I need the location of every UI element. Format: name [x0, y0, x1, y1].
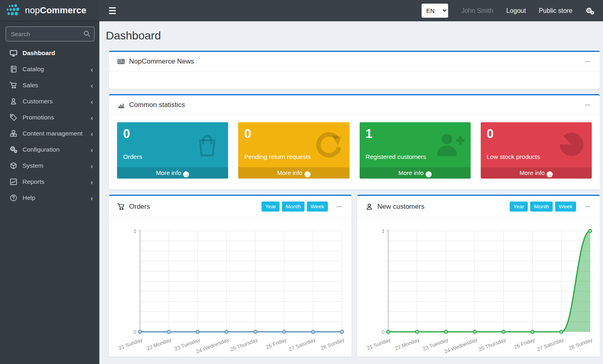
logout-link[interactable]: Logout: [506, 7, 526, 14]
new-customers-chart-panel: New customers Year Month Week 1021 Sunda…: [357, 195, 600, 357]
stat-value: 1: [366, 126, 464, 141]
sidebar-nav: Dashboard Catalog ‹ Sales ‹ Customers ‹: [0, 45, 99, 206]
bar-chart-icon: [117, 101, 125, 109]
collapse-button[interactable]: [335, 205, 344, 209]
question-icon: [9, 194, 18, 202]
tag-icon: [9, 113, 18, 121]
chevron-left-icon: ‹: [91, 193, 93, 202]
svg-text:28 Sunday: 28 Sunday: [320, 337, 346, 351]
month-button[interactable]: Month: [530, 202, 553, 212]
brand-logo[interactable]: nopCommerce: [0, 0, 99, 21]
sidebar-item-configuration[interactable]: Configuration ‹: [0, 142, 99, 158]
chevron-left-icon: ‹: [91, 161, 93, 170]
orders-chart-panel: Orders Year Month Week 1021 Sunday22 Mon…: [109, 195, 352, 357]
sidebar-item-dashboard[interactable]: Dashboard: [0, 45, 99, 61]
svg-text:0: 0: [382, 329, 385, 335]
main-content: Dashboard NopCommerce News Common statis…: [99, 21, 603, 364]
sidebar-item-sales[interactable]: Sales ‹: [0, 77, 99, 93]
arrow-circle-right-icon: →: [305, 171, 311, 177]
more-info-link[interactable]: More info→: [117, 167, 228, 179]
arrow-circle-right-icon: →: [183, 171, 189, 177]
more-info-link[interactable]: More info→: [481, 167, 592, 179]
svg-text:21 Sunday: 21 Sunday: [118, 337, 144, 351]
settings-gear-icon[interactable]: [585, 7, 594, 15]
new-customers-chart: 1021 Sunday22 Monday23 Tuesday24 Wednesd…: [357, 218, 600, 357]
svg-text:26 Friday: 26 Friday: [513, 337, 536, 350]
arrow-circle-right-icon: →: [426, 171, 432, 177]
sidebar-item-reports[interactable]: Reports ‹: [0, 174, 99, 190]
page-title: Dashboard: [106, 29, 600, 42]
svg-text:21 Sunday: 21 Sunday: [366, 337, 392, 351]
news-panel-title: NopCommerce News: [129, 58, 194, 66]
nopcommerce-dots-icon: [5, 4, 22, 17]
desktop-icon: [9, 49, 18, 57]
chevron-left-icon: ‹: [91, 177, 93, 186]
stat-card-registered-customers: 1 Registered customers More info→: [360, 122, 471, 179]
book-icon: [9, 65, 18, 73]
topbar: nopCommerce EN John Smith Logout Public …: [0, 0, 603, 21]
cart-icon: [9, 81, 18, 89]
orders-chart: 1021 Sunday22 Monday23 Tuesday24 Wednesd…: [109, 218, 352, 357]
svg-text:22 Monday: 22 Monday: [146, 337, 172, 352]
stat-label: Pending return requests: [244, 153, 343, 163]
user-icon: [365, 203, 373, 211]
svg-text:22 Monday: 22 Monday: [394, 337, 420, 352]
chevron-left-icon: ‹: [91, 81, 93, 89]
search-input[interactable]: [6, 27, 95, 41]
stats-panel-title: Common statistics: [129, 101, 185, 109]
svg-text:25 Thursday: 25 Thursday: [229, 337, 259, 353]
chart-line-icon: [9, 178, 18, 186]
new-customers-panel-title: New customers: [377, 203, 424, 211]
more-info-link[interactable]: More info→: [360, 167, 471, 179]
week-button[interactable]: Week: [555, 202, 576, 212]
collapse-button[interactable]: [583, 103, 592, 107]
sidebar-item-content-management[interactable]: Content management ‹: [0, 125, 99, 142]
svg-text:1: 1: [134, 228, 136, 234]
chevron-left-icon: ‹: [91, 129, 93, 138]
chevron-left-icon: ‹: [91, 113, 93, 121]
stat-value: 0: [123, 126, 222, 141]
svg-text:0: 0: [134, 329, 136, 335]
sidebar-item-customers[interactable]: Customers ‹: [0, 93, 99, 109]
year-button[interactable]: Year: [261, 202, 280, 212]
orders-panel-title: Orders: [129, 203, 150, 211]
svg-text:24 Wednesday: 24 Wednesday: [195, 337, 230, 355]
svg-text:1: 1: [382, 228, 385, 234]
cube-icon: [9, 162, 18, 170]
collapse-button[interactable]: [583, 60, 592, 64]
search-icon[interactable]: [83, 30, 91, 39]
sidebar-item-help[interactable]: Help ‹: [0, 190, 99, 206]
stat-card-pending-returns: 0 Pending return requests More info→: [238, 122, 349, 179]
common-statistics-panel: Common statistics 0 Orders More inf: [109, 94, 600, 189]
svg-text:27 Saturday: 27 Saturday: [288, 337, 317, 352]
sidebar-item-catalog[interactable]: Catalog ‹: [0, 61, 99, 77]
svg-text:26 Friday: 26 Friday: [265, 337, 288, 350]
news-panel-body: [109, 72, 600, 89]
stat-label: Low stock products: [487, 153, 585, 163]
collapse-button[interactable]: [583, 205, 592, 209]
svg-text:24 Wednesday: 24 Wednesday: [443, 337, 478, 355]
gears-icon: [9, 146, 18, 154]
language-select[interactable]: EN: [422, 4, 448, 18]
week-button[interactable]: Week: [307, 202, 328, 212]
sidebar: Dashboard Catalog ‹ Sales ‹ Customers ‹: [0, 21, 99, 364]
news-panel: NopCommerce News: [109, 51, 600, 89]
sidebar-item-promotions[interactable]: Promotions ‹: [0, 109, 99, 125]
more-info-link[interactable]: More info→: [238, 167, 349, 179]
stat-card-low-stock: 0 Low stock products More info→: [481, 122, 592, 179]
brand-name: nopCommerce: [25, 5, 86, 16]
cart-icon: [117, 203, 125, 211]
chevron-left-icon: ‹: [91, 65, 93, 73]
year-button[interactable]: Year: [510, 202, 528, 212]
chevron-left-icon: ‹: [91, 145, 93, 154]
month-button[interactable]: Month: [282, 202, 305, 212]
svg-text:25 Thursday: 25 Thursday: [477, 337, 507, 353]
sidebar-toggle-button[interactable]: [99, 0, 126, 21]
svg-text:28 Sunday: 28 Sunday: [568, 337, 594, 351]
stat-label: Orders: [123, 153, 222, 163]
sidebar-item-system[interactable]: System ‹: [0, 158, 99, 174]
stat-label: Registered customers: [366, 153, 464, 163]
public-store-link[interactable]: Public store: [539, 7, 572, 14]
stat-value: 0: [244, 126, 343, 141]
stat-card-orders: 0 Orders More info→: [117, 122, 228, 179]
